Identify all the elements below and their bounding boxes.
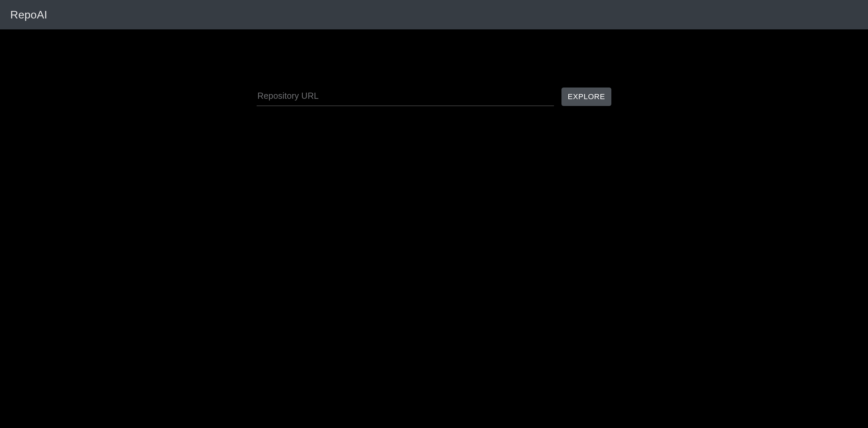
search-row: Repository URL EXPLORE xyxy=(257,88,611,106)
repo-url-input[interactable] xyxy=(257,88,554,106)
main-area: Repository URL EXPLORE xyxy=(0,29,868,106)
repo-input-wrap: Repository URL xyxy=(257,88,554,106)
app-title: RepoAI xyxy=(10,9,48,21)
explore-button[interactable]: EXPLORE xyxy=(561,88,611,106)
app-header: RepoAI xyxy=(0,0,868,29)
